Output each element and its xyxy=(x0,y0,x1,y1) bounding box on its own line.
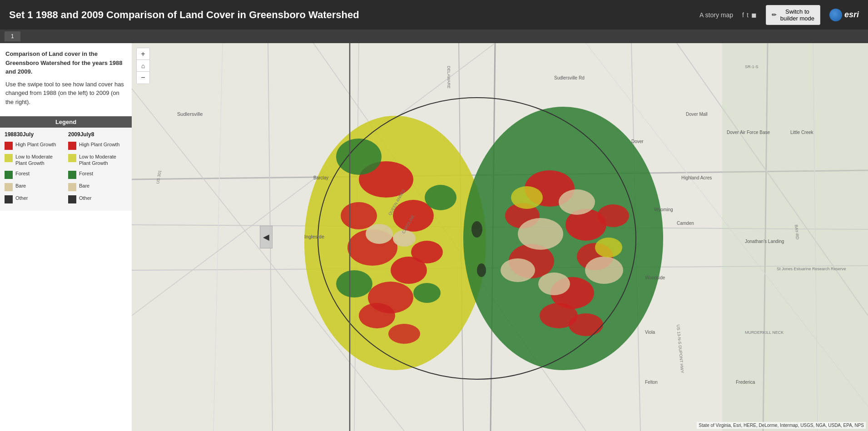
bare-label-2009: Bare xyxy=(79,183,89,189)
low-growth-label-2009: Low to Moderate Plant Growth xyxy=(79,154,127,167)
share-icon[interactable]: ◼ xyxy=(751,11,757,19)
svg-text:Camden: Camden xyxy=(677,221,694,226)
svg-point-30 xyxy=(425,185,456,210)
svg-point-28 xyxy=(388,324,420,344)
high-growth-label-1988: High Plant Growth xyxy=(15,141,56,148)
twitter-icon[interactable]: t xyxy=(747,11,749,19)
svg-text:Frederica: Frederica xyxy=(736,380,755,385)
other-swatch-1988 xyxy=(5,195,13,203)
svg-text:SR-1-S: SR-1-S xyxy=(745,64,759,69)
legend-item-other-2009: Other xyxy=(68,195,127,203)
social-icons: f t ◼ xyxy=(742,11,757,19)
svg-point-48 xyxy=(585,257,623,284)
description-panel: Comparison of Land cover in the Greensbo… xyxy=(0,43,132,116)
header-right: A story map f t ◼ ✏ Switch to builder mo… xyxy=(699,5,859,25)
svg-point-44 xyxy=(569,313,603,336)
svg-point-25 xyxy=(341,202,377,229)
swipe-handle[interactable]: ◀ xyxy=(260,226,273,248)
map-attribution: State of Virginia, Esri, HERE, DeLorme, … xyxy=(697,422,866,429)
forest-swatch-2009 xyxy=(68,171,76,179)
legend-item-bare-1988: Bare xyxy=(5,183,64,191)
svg-point-51 xyxy=(595,238,622,258)
svg-text:Sudlersville Rd: Sudlersville Rd xyxy=(554,75,585,80)
esri-text: esri xyxy=(844,10,859,20)
svg-text:Wyoming: Wyoming xyxy=(654,207,673,212)
other-label-2009: Other xyxy=(79,195,92,201)
tab-1[interactable]: 1 xyxy=(5,31,20,41)
bare-swatch-2009 xyxy=(68,183,76,191)
svg-point-35 xyxy=(463,107,663,370)
svg-text:Felton: Felton xyxy=(645,380,658,385)
legend-panel: Legend 198830July High Plant Growth Low … xyxy=(0,116,132,211)
svg-point-53 xyxy=(477,263,486,277)
svg-text:Barclay: Barclay xyxy=(313,175,328,180)
other-swatch-2009 xyxy=(68,195,76,203)
low-growth-label-1988: Low to Moderate Plant Growth xyxy=(15,154,64,167)
legend-columns: 198830July High Plant Growth Low to Mode… xyxy=(5,131,127,207)
story-map-label: A story map xyxy=(699,11,733,19)
svg-point-45 xyxy=(518,218,563,250)
forest-label-1988: Forest xyxy=(15,170,30,177)
svg-text:Highland Acres: Highland Acres xyxy=(681,175,712,180)
legend-item-other-1988: Other xyxy=(5,195,64,203)
legend-col2-title: 2009July8 xyxy=(68,131,127,138)
legend-item-low-growth-2009: Low to Moderate Plant Growth xyxy=(68,154,127,167)
app-title: Set 1 1988 and 2009 Comparison of Land C… xyxy=(9,9,359,21)
low-growth-swatch-1988 xyxy=(5,154,13,162)
map-area[interactable]: Sudlersville Barclay Ingleside US 301 DE… xyxy=(132,43,868,431)
legend-item-high-growth-1988: High Plant Growth xyxy=(5,141,64,150)
svg-point-46 xyxy=(559,189,595,215)
svg-point-26 xyxy=(411,241,443,263)
description-heading: Comparison of Land cover in the Greensbo… xyxy=(5,50,122,75)
svg-text:Sudlersville: Sudlersville xyxy=(177,111,203,117)
forest-label-2009: Forest xyxy=(79,170,93,177)
legend-col-2009: 2009July8 High Plant Growth Low to Moder… xyxy=(68,131,127,207)
svg-text:St Jones Estuarine Research Re: St Jones Estuarine Research Reserve xyxy=(777,267,846,271)
facebook-icon[interactable]: f xyxy=(742,11,744,19)
low-growth-swatch-2009 xyxy=(68,154,76,162)
tab-bar: 1 xyxy=(0,30,868,43)
svg-point-52 xyxy=(471,221,482,238)
bare-swatch-1988 xyxy=(5,183,13,191)
svg-text:Woodside: Woodside xyxy=(645,275,665,280)
zoom-out-button[interactable]: − xyxy=(137,72,149,84)
svg-point-47 xyxy=(501,258,535,282)
esri-globe-icon xyxy=(829,9,842,21)
high-growth-swatch-1988 xyxy=(5,142,13,150)
esri-logo: esri xyxy=(829,9,859,21)
svg-point-43 xyxy=(597,204,629,227)
legend-title: Legend xyxy=(0,116,132,128)
app-header: Set 1 1988 and 2009 Comparison of Land C… xyxy=(0,0,868,30)
svg-point-27 xyxy=(359,303,395,328)
home-button[interactable]: ⌂ xyxy=(137,60,149,72)
svg-point-32 xyxy=(336,270,372,297)
forest-swatch-1988 xyxy=(5,171,13,179)
description-body: Use the swipe tool to see how land cover… xyxy=(5,80,126,107)
svg-text:Dover Air Force Base: Dover Air Force Base xyxy=(727,130,770,135)
legend-item-low-growth-1988: Low to Moderate Plant Growth xyxy=(5,154,64,167)
zoom-in-button[interactable]: + xyxy=(137,48,149,60)
high-growth-label-2009: High Plant Growth xyxy=(79,141,119,148)
legend-col-1988: 198830July High Plant Growth Low to Mode… xyxy=(5,131,64,207)
pencil-icon: ✏ xyxy=(772,11,777,18)
map-svg: Sudlersville Barclay Ingleside US 301 DE… xyxy=(132,43,868,431)
svg-point-50 xyxy=(511,186,543,209)
legend-item-bare-2009: Bare xyxy=(68,183,127,191)
legend-item-forest-2009: Forest xyxy=(68,170,127,179)
legend-item-high-growth-2009: High Plant Growth xyxy=(68,141,127,150)
svg-text:Ingleside: Ingleside xyxy=(304,234,324,239)
bare-label-1988: Bare xyxy=(15,183,26,189)
svg-text:DELAWARE: DELAWARE xyxy=(446,66,451,89)
builder-mode-button[interactable]: ✏ Switch to builder mode xyxy=(766,5,820,25)
left-panel: Comparison of Land cover in the Greensbo… xyxy=(0,43,132,431)
high-growth-swatch-2009 xyxy=(68,142,76,150)
legend-col1-title: 198830July xyxy=(5,131,64,138)
svg-text:Jonathan's Landing: Jonathan's Landing xyxy=(745,239,784,244)
legend-item-forest-1988: Forest xyxy=(5,170,64,179)
legend-content: 198830July High Plant Growth Low to Mode… xyxy=(0,128,132,211)
svg-text:Dover Mall: Dover Mall xyxy=(686,112,708,117)
svg-point-31 xyxy=(413,283,441,303)
zoom-controls: + ⌂ − xyxy=(136,48,150,84)
builder-mode-label: Switch to builder mode xyxy=(780,8,814,22)
svg-text:MURDERKILL NECK: MURDERKILL NECK xyxy=(745,330,784,335)
